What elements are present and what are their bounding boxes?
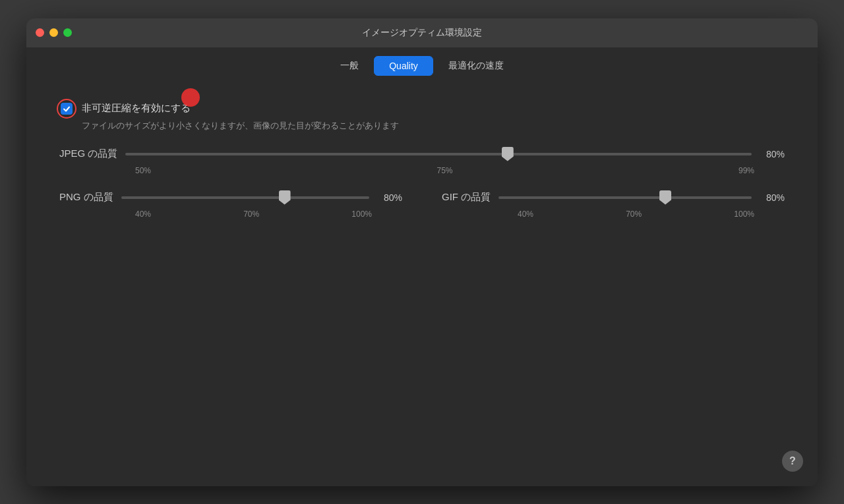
lossy-label: 非可逆圧縮を有効にする [82, 102, 191, 115]
gif-slider-header: GIF の品質 80% [442, 190, 785, 206]
window-title: イメージオプティム環境設定 [362, 27, 482, 39]
png-max-label: 100% [351, 210, 372, 219]
gif-range-wrapper [498, 190, 752, 206]
lossy-row: 非可逆圧縮を有効にする [59, 101, 785, 116]
jpeg-max-label: 99% [738, 166, 754, 175]
gif-label: GIF の品質 [442, 191, 491, 204]
jpeg-slider-section: JPEG の品質 80% 50% 75% 99% [59, 146, 785, 175]
png-slider-header: PNG の品質 80% [59, 190, 402, 206]
minimize-button[interactable] [49, 28, 58, 37]
jpeg-mid-label: 75% [437, 166, 452, 175]
tab-speed[interactable]: 最適化の速度 [433, 55, 519, 76]
png-slider-section: PNG の品質 80% 40% 70% 100% [59, 190, 402, 219]
tab-quality[interactable]: Quality [374, 56, 433, 76]
png-mid-label: 70% [243, 210, 259, 219]
tab-bar: 一般 Quality 最適化の速度 [26, 47, 818, 76]
jpeg-min-label: 50% [135, 166, 151, 175]
maximize-button[interactable] [63, 28, 72, 37]
png-slider[interactable] [121, 196, 369, 199]
help-button[interactable]: ? [782, 451, 803, 472]
jpeg-value: 80% [760, 149, 785, 159]
png-label: PNG の品質 [59, 191, 113, 204]
gif-min-label: 40% [518, 210, 533, 219]
png-gif-row: PNG の品質 80% 40% 70% 100% GIF の品質 [59, 190, 785, 219]
titlebar: イメージオプティム環境設定 [26, 18, 818, 47]
lossy-description: ファイルのサイズがより小さくなりますが、画像の見た目が変わることがあります [82, 120, 785, 132]
traffic-lights [36, 28, 72, 37]
png-range-wrapper [121, 190, 369, 206]
jpeg-slider-header: JPEG の品質 80% [59, 146, 785, 162]
gif-mid-label: 70% [626, 210, 642, 219]
jpeg-label: JPEG の品質 [59, 148, 117, 160]
gif-max-label: 100% [734, 210, 754, 219]
jpeg-slider[interactable] [125, 153, 752, 155]
preferences-window: イメージオプティム環境設定 一般 Quality 最適化の速度 非可逆圧縮を有効… [26, 18, 818, 486]
close-button[interactable] [36, 28, 44, 37]
gif-slider-section: GIF の品質 80% 40% 70% 100% [442, 190, 785, 219]
jpeg-range-wrapper [125, 146, 752, 162]
tab-general[interactable]: 一般 [325, 55, 374, 76]
checkbox-ring [57, 99, 76, 119]
gif-value: 80% [760, 192, 785, 203]
content-area: 非可逆圧縮を有効にする ファイルのサイズがより小さくなりますが、画像の見た目が変… [26, 76, 818, 486]
png-value: 80% [377, 192, 402, 203]
gif-slider[interactable] [498, 196, 752, 199]
png-min-label: 40% [135, 210, 151, 219]
lossy-checkbox-wrapper [59, 101, 74, 116]
